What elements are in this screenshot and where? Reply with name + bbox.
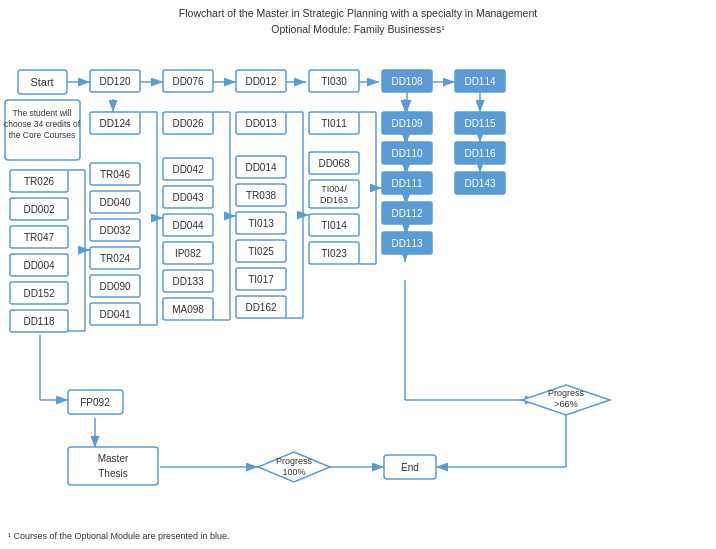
svg-text:DD152: DD152 xyxy=(23,288,55,299)
svg-text:DD090: DD090 xyxy=(99,281,131,292)
svg-text:DD120: DD120 xyxy=(99,76,131,87)
svg-text:DD014: DD014 xyxy=(245,162,277,173)
svg-text:DD163: DD163 xyxy=(320,195,348,205)
svg-text:TI013: TI013 xyxy=(248,218,274,229)
svg-text:DD042: DD042 xyxy=(172,164,204,175)
svg-text:DD115: DD115 xyxy=(464,118,496,129)
svg-text:DD114: DD114 xyxy=(464,76,496,87)
svg-text:DD026: DD026 xyxy=(172,118,204,129)
svg-text:DD118: DD118 xyxy=(23,316,55,327)
svg-text:DD143: DD143 xyxy=(464,178,496,189)
svg-text:The student will: The student will xyxy=(12,108,71,118)
svg-text:100%: 100% xyxy=(282,467,305,477)
svg-text:DD111: DD111 xyxy=(391,178,423,189)
svg-text:choose 34 credits of: choose 34 credits of xyxy=(4,119,81,129)
svg-text:TI004/: TI004/ xyxy=(321,184,347,194)
svg-text:DD113: DD113 xyxy=(391,238,423,249)
svg-text:DD040: DD040 xyxy=(99,197,131,208)
svg-text:TR046: TR046 xyxy=(100,169,130,180)
flowchart-container: Flowchart of the Master in Strategic Pla… xyxy=(0,0,716,549)
svg-text:DD004: DD004 xyxy=(23,260,55,271)
svg-text:DD109: DD109 xyxy=(391,118,423,129)
svg-text:DD162: DD162 xyxy=(245,302,277,313)
svg-text:TR024: TR024 xyxy=(100,253,130,264)
svg-text:TI023: TI023 xyxy=(321,248,347,259)
flowchart-svg: Start The student will choose 34 credits… xyxy=(0,0,716,549)
svg-text:Master: Master xyxy=(98,453,129,464)
svg-text:DD044: DD044 xyxy=(172,220,204,231)
svg-text:FP092: FP092 xyxy=(80,397,110,408)
svg-text:TI030: TI030 xyxy=(321,76,347,87)
svg-text:TI011: TI011 xyxy=(321,118,347,129)
svg-text:Thesis: Thesis xyxy=(98,468,127,479)
svg-text:DD032: DD032 xyxy=(99,225,131,236)
svg-text:DD076: DD076 xyxy=(172,76,204,87)
svg-text:TR047: TR047 xyxy=(24,232,54,243)
svg-text:DD002: DD002 xyxy=(23,204,55,215)
svg-text:MA098: MA098 xyxy=(172,304,204,315)
svg-text:DD012: DD012 xyxy=(245,76,277,87)
svg-text:TI025: TI025 xyxy=(248,246,274,257)
svg-text:DD108: DD108 xyxy=(391,76,423,87)
svg-text:TI017: TI017 xyxy=(248,274,274,285)
svg-text:TR038: TR038 xyxy=(246,190,276,201)
svg-text:the Core Courses: the Core Courses xyxy=(9,130,76,140)
svg-text:DD110: DD110 xyxy=(391,148,423,159)
svg-text:DD112: DD112 xyxy=(391,208,423,219)
svg-text:TR026: TR026 xyxy=(24,176,54,187)
svg-text:Start: Start xyxy=(30,76,53,88)
svg-text:DD043: DD043 xyxy=(172,192,204,203)
svg-text:DD116: DD116 xyxy=(464,148,496,159)
svg-text:DD068: DD068 xyxy=(318,158,350,169)
svg-text:DD124: DD124 xyxy=(99,118,131,129)
svg-text:TI014: TI014 xyxy=(321,220,347,231)
svg-text:Progress: Progress xyxy=(276,456,313,466)
svg-text:DD013: DD013 xyxy=(245,118,277,129)
svg-text:IP082: IP082 xyxy=(175,248,202,259)
svg-text:>66%: >66% xyxy=(554,399,577,409)
svg-text:DD133: DD133 xyxy=(172,276,204,287)
footnote: ¹ Courses of the Optional Module are pre… xyxy=(8,531,230,541)
svg-text:End: End xyxy=(401,462,419,473)
svg-text:Progress: Progress xyxy=(548,388,585,398)
svg-text:DD041: DD041 xyxy=(99,309,131,320)
